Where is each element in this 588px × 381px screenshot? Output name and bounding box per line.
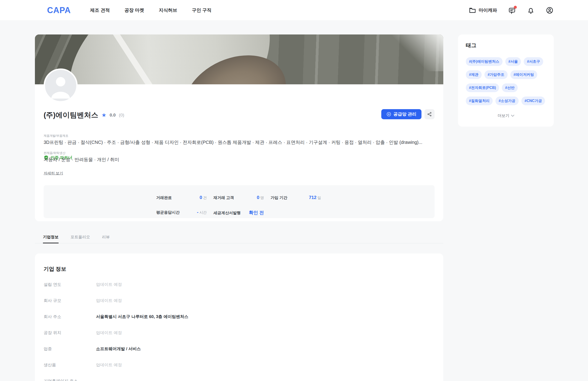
- share-icon: [427, 112, 432, 117]
- stat-completed-deals: 거래완료 0건: [156, 195, 207, 200]
- tag-pill[interactable]: #레이저커팅: [510, 70, 537, 79]
- tag-pill[interactable]: #질화열처리: [466, 96, 493, 105]
- bell-icon[interactable]: [527, 6, 535, 14]
- supply-chain-manage-button[interactable]: 공급망 관리: [381, 109, 421, 119]
- info-row-factory-location: 공장 위치 업데이트 예정: [44, 330, 435, 346]
- nav-item-manufacturing-quote[interactable]: 제조 견적: [90, 7, 110, 13]
- company-info-card: 기업 정보 설립 연도 업데이트 예정 회사 규모 업데이트 예정 회사 주소 …: [35, 253, 443, 381]
- tag-pill[interactable]: #서초구: [524, 57, 543, 66]
- stat-avg-response-time: 평균응답시간 -시간: [156, 210, 207, 216]
- section-value-finished-goods: 자동차 / 운송 · 반려동물 · 개인 / 취미: [44, 157, 435, 163]
- share-button[interactable]: [424, 109, 435, 119]
- my-capa-label: 마이캐파: [479, 7, 497, 13]
- rating-value: 0.0: [109, 112, 116, 118]
- tag-pill[interactable]: #전자회로(PCB): [466, 83, 499, 92]
- tab-portfolio[interactable]: 포트폴리오: [70, 234, 90, 243]
- tags-card: 태그 #(주)에이팀벤처스 #서울 #서초구 #제관 #가압주조 #레이저커팅 …: [458, 34, 554, 127]
- info-row-company-address: 회사 주소 서울특별시 서초구 나루터로 60, 3층 에이팀벤처스: [44, 314, 435, 330]
- stat-repeat-customers: 재거래 고객 0명: [213, 195, 264, 200]
- star-icon: ★: [102, 112, 106, 118]
- rating-count: (0): [119, 112, 124, 118]
- company-name: (주)에이팀벤처스: [44, 110, 98, 120]
- tag-pill[interactable]: #선반: [502, 83, 518, 92]
- company-avatar: [44, 68, 78, 103]
- my-capa-menu[interactable]: 마이캐파: [469, 6, 497, 14]
- section-label-finished-goods: 완제품/위탁생산: [44, 151, 65, 155]
- main-nav: 제조 견적 공장 마켓 지식허브 구인 구직: [90, 7, 211, 13]
- header-right-group: 마이캐파: [469, 6, 554, 14]
- nav-item-knowledge-hub[interactable]: 지식허브: [159, 7, 177, 13]
- top-navigation-bar: CAPA 제조 견적 공장 마켓 지식허브 구인 구직 마이캐파: [0, 0, 588, 21]
- tag-pill[interactable]: #CNC가공: [521, 96, 545, 105]
- stat-tax-invoice: 세금계산서발행 확인 전: [213, 210, 264, 216]
- info-row-products: 생산품 업데이트 예정: [44, 362, 435, 378]
- notification-dot: [514, 6, 517, 9]
- company-profile-card: (주)에이팀벤처스 ★ 0.0 (0) 공급망 관리 인증: [35, 34, 443, 221]
- messages-icon[interactable]: [508, 6, 516, 14]
- tags-more-button[interactable]: 더보기: [466, 113, 546, 118]
- company-info-title: 기업 정보: [44, 265, 435, 272]
- info-row-company-size: 회사 규모 업데이트 예정: [44, 298, 435, 314]
- stats-box: 거래완료 0건 재거래 고객 0명 가입 기간 712일 평균응답시간: [44, 185, 435, 218]
- profile-icon[interactable]: [546, 6, 554, 14]
- capa-logo[interactable]: CAPA: [47, 5, 71, 15]
- tag-pill[interactable]: #서울: [505, 57, 521, 66]
- folder-icon: [469, 6, 476, 14]
- nav-item-factory-market[interactable]: 공장 마켓: [125, 7, 144, 13]
- sidebar: 태그 #(주)에이팀벤처스 #서울 #서초구 #제관 #가압주조 #레이저커팅 …: [458, 34, 554, 127]
- section-value-product-dev: 3D프린팅 · 판금 · 절삭(CNC) · 주조 · 금형/사출 성형 · 제…: [44, 139, 435, 145]
- info-row-industry: 업종 소프트웨어개발 / 서비스: [44, 346, 435, 362]
- tab-reviews[interactable]: 리뷰: [102, 234, 110, 243]
- chevron-down-icon: [511, 115, 514, 117]
- company-name-row: (주)에이팀벤처스 ★ 0.0 (0): [44, 110, 124, 120]
- info-row-founded: 설립 연도 업데이트 예정: [44, 282, 435, 298]
- tag-pill[interactable]: #제관: [466, 70, 482, 79]
- stat-membership-period: 가입 기간 712일: [271, 195, 321, 200]
- tag-list: #(주)에이팀벤처스 #서울 #서초구 #제관 #가압주조 #레이저커팅 #전자…: [466, 57, 546, 105]
- page-content: (주)에이팀벤처스 ★ 0.0 (0) 공급망 관리 인증: [0, 21, 588, 381]
- tag-pill[interactable]: #가압주조: [484, 70, 508, 79]
- plus-circle-icon: [386, 112, 391, 117]
- company-info-rows: 설립 연도 업데이트 예정 회사 규모 업데이트 예정 회사 주소 서울특별시 …: [44, 282, 435, 381]
- tags-title: 태그: [466, 42, 546, 49]
- detail-view-link[interactable]: 자세히 보기: [44, 171, 63, 176]
- tab-company-info[interactable]: 기업정보: [43, 234, 59, 243]
- cover-photo: [35, 34, 443, 84]
- tag-pill[interactable]: #(주)에이팀벤처스: [466, 57, 503, 66]
- section-label-product-dev: 제품개발/부품제조: [44, 134, 68, 138]
- tag-pill[interactable]: #소성가공: [495, 96, 519, 105]
- main-column: (주)에이팀벤처스 ★ 0.0 (0) 공급망 관리 인증: [35, 34, 443, 381]
- profile-tabs: 기업정보 포트폴리오 리뷰: [35, 234, 443, 243]
- nav-item-jobs[interactable]: 구인 구직: [192, 7, 211, 13]
- info-row-homepage: 기업홈페이지 주소: [44, 378, 435, 381]
- profile-actions: 공급망 관리: [381, 109, 435, 119]
